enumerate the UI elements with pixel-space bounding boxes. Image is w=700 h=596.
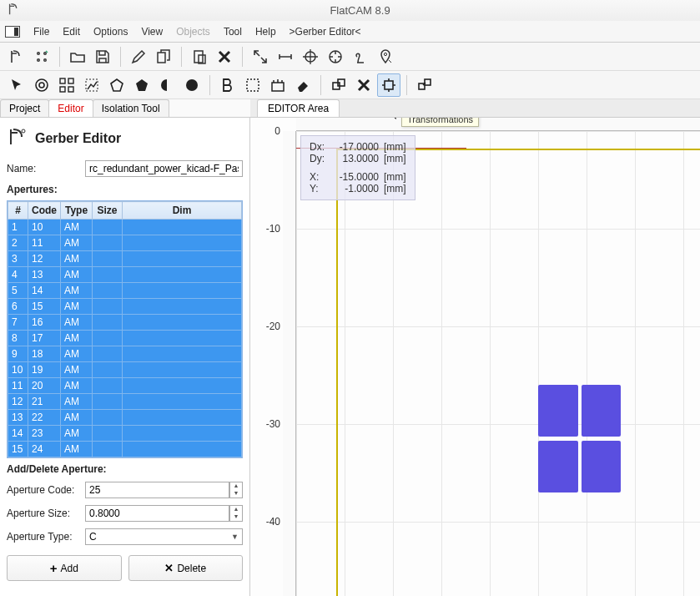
target-icon[interactable] [324, 45, 347, 68]
move-icon[interactable] [413, 73, 436, 97]
add-button[interactable]: +Add [7, 555, 122, 581]
delete-button[interactable]: ✕Delete [128, 555, 244, 581]
y-tick: -40 [250, 516, 280, 528]
chess-icon[interactable] [349, 45, 372, 68]
new-gerber-icon[interactable] [5, 45, 28, 68]
polygon-icon[interactable] [130, 73, 154, 97]
transformations-icon[interactable] [377, 73, 400, 97]
open-icon[interactable] [66, 45, 89, 68]
col-size[interactable]: Size [93, 202, 123, 220]
tab-isolation[interactable]: Isolation Tool [93, 99, 169, 117]
menu-help[interactable]: Help [249, 23, 283, 41]
apertures-table[interactable]: #CodeTypeSizeDim 110AM211AM312AM413AM514… [8, 201, 242, 457]
board-outline [336, 149, 700, 596]
menu-view[interactable]: View [134, 23, 169, 41]
track-icon[interactable] [80, 73, 103, 97]
table-row[interactable]: 918AM [8, 346, 242, 362]
aperture-code-input[interactable] [85, 482, 229, 498]
table-row[interactable]: 817AM [8, 331, 242, 346]
col-#[interactable]: # [8, 202, 28, 220]
delete-shape-icon[interactable] [352, 73, 375, 97]
table-row[interactable]: 312AM [8, 251, 242, 267]
readout-y-label: Y: [310, 183, 328, 194]
aperture-size-label: Aperture Size: [7, 508, 80, 519]
aperture-type-select[interactable]: C ▼ [85, 528, 243, 545]
expand-icon[interactable] [249, 45, 272, 68]
svg-point-11 [39, 83, 44, 88]
location-icon[interactable] [374, 45, 397, 68]
apertures-label: Apertures: [0, 180, 249, 199]
menu-bar: File Edit Options View Objects Tool Help… [0, 21, 700, 43]
new-excellon-icon[interactable] [30, 45, 53, 68]
y-tick: -10 [250, 223, 280, 235]
svg-rect-22 [385, 81, 393, 89]
col-dim[interactable]: Dim [123, 202, 242, 220]
svg-rect-24 [425, 79, 431, 85]
readout-dx-label: Dx: [310, 141, 328, 153]
table-row[interactable]: 1019AM [8, 362, 242, 378]
table-row[interactable]: 211AM [8, 235, 242, 251]
svg-point-2 [38, 58, 40, 61]
pad[interactable] [538, 441, 577, 492]
panel-title: Gerber Editor [35, 131, 121, 146]
table-row[interactable]: 110AM [8, 220, 242, 235]
svg-rect-13 [68, 78, 73, 83]
disc-icon[interactable] [180, 73, 204, 97]
y-tick: -20 [250, 321, 280, 332]
table-row[interactable]: 716AM [8, 315, 242, 331]
pad[interactable] [582, 441, 621, 492]
aperture-type-label: Aperture Type: [7, 531, 80, 543]
selection-icon[interactable] [241, 73, 264, 97]
semi-disc-icon[interactable] [155, 73, 179, 97]
pad[interactable] [582, 385, 621, 437]
aperture-size-input[interactable] [85, 505, 229, 522]
delete-button-label: Delete [177, 563, 206, 574]
window-icon[interactable] [5, 26, 20, 38]
menu-tool[interactable]: Tool [217, 23, 249, 41]
pad-circle-icon[interactable] [30, 73, 53, 97]
copy-icon[interactable] [152, 45, 175, 68]
table-row[interactable]: 1322AM [8, 410, 242, 426]
select-icon[interactable] [5, 73, 28, 97]
paste-icon[interactable] [188, 45, 211, 68]
table-row[interactable]: 1524AM [8, 442, 242, 457]
name-input[interactable] [85, 160, 243, 177]
delete-icon[interactable] [213, 45, 236, 68]
y-tick: 0 [250, 125, 280, 137]
tab-editor[interactable]: Editor [48, 99, 93, 117]
aperture-code-stepper[interactable]: ▲▼ [229, 482, 243, 498]
col-type[interactable]: Type [61, 202, 93, 220]
canvas-area[interactable]: 0-10-20-30-40 Dx:-17.0000[mm]Dy:13.0000[… [250, 118, 700, 596]
scale-icon[interactable] [266, 73, 290, 97]
duplicate-icon[interactable] [327, 73, 350, 97]
readout-x: -15.0000 [333, 171, 379, 183]
edit-icon[interactable] [127, 45, 150, 68]
table-row[interactable]: 514AM [8, 283, 242, 299]
menu-file[interactable]: File [27, 23, 56, 41]
table-row[interactable]: 1120AM [8, 378, 242, 394]
measure-icon[interactable] [274, 45, 297, 68]
menu-options[interactable]: Options [87, 23, 134, 41]
menu-edit[interactable]: Edit [56, 23, 87, 41]
col-code[interactable]: Code [28, 202, 61, 220]
pad[interactable] [538, 385, 577, 437]
table-row[interactable]: 413AM [8, 267, 242, 283]
origin-icon[interactable] [299, 45, 322, 68]
table-row[interactable]: 1221AM [8, 394, 242, 410]
tab-editor-area[interactable]: EDITOR Area [257, 99, 340, 117]
menu-breadcrumb[interactable]: >Gerber Editor< [283, 23, 368, 41]
aperture-size-stepper[interactable]: ▲▼ [229, 505, 243, 522]
tab-project[interactable]: Project [0, 99, 49, 117]
eraser-icon[interactable] [291, 73, 315, 97]
pad-array-icon[interactable] [55, 73, 78, 97]
table-row[interactable]: 615AM [8, 299, 242, 315]
table-row[interactable]: 1423AM [8, 426, 242, 442]
save-icon[interactable] [91, 45, 114, 68]
svg-point-25 [22, 129, 25, 133]
menu-objects: Objects [169, 23, 217, 41]
aperture-type-value: C [89, 531, 97, 543]
name-label: Name: [7, 163, 80, 174]
readout-dy: 13.0000 [333, 153, 379, 164]
region-icon[interactable] [105, 73, 128, 97]
bold-icon[interactable] [216, 73, 239, 97]
